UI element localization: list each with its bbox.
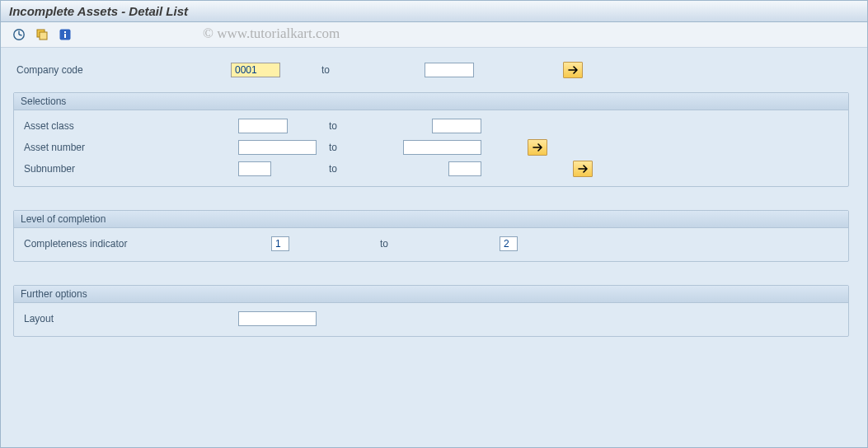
selection-screen: Company code to Selections Asset class [1, 48, 867, 447]
label-asset-number: Asset number [17, 142, 238, 153]
label-layout: Layout [17, 313, 238, 324]
execute-icon[interactable] [11, 26, 27, 43]
row-asset-number: Asset number to [17, 137, 845, 158]
multi-select-subnumber[interactable] [573, 161, 593, 177]
row-subnumber: Subnumber to [17, 158, 845, 180]
to-label: to [288, 120, 432, 132]
label-company-code: Company code [13, 64, 231, 76]
label-completeness: Completeness indicator [17, 238, 271, 250]
row-completeness: Completeness indicator to [17, 233, 845, 254]
to-label: to [289, 238, 500, 250]
input-asset-class-to[interactable] [432, 119, 481, 133]
group-selections: Selections Asset class to Asset number t… [13, 92, 849, 187]
svg-line-2 [19, 35, 22, 35]
page-title-bar: Incomplete Assets - Detail List [1, 1, 867, 22]
page-title: Incomplete Assets - Detail List [9, 4, 188, 18]
input-asset-number-from[interactable] [238, 140, 317, 155]
svg-rect-7 [64, 34, 66, 38]
svg-rect-6 [64, 31, 66, 33]
row-layout: Layout [17, 308, 845, 329]
group-level-of-completion: Level of completion Completeness indicat… [13, 210, 849, 262]
app-toolbar: © www.tutorialkart.com [1, 22, 867, 48]
to-label: to [271, 163, 448, 175]
input-layout[interactable] [238, 311, 317, 326]
group-title-selections: Selections [14, 93, 848, 110]
svg-rect-4 [40, 32, 47, 40]
input-company-code-from[interactable] [231, 63, 280, 77]
to-label: to [280, 64, 425, 76]
variant-icon[interactable] [34, 26, 50, 43]
label-asset-class: Asset class [17, 120, 238, 132]
row-asset-class: Asset class to [17, 115, 845, 137]
watermark: © www.tutorialkart.com [203, 26, 340, 42]
input-subnumber-from[interactable] [238, 161, 271, 176]
group-title-level: Level of completion [14, 211, 848, 228]
to-label: to [317, 142, 403, 153]
label-subnumber: Subnumber [17, 163, 238, 175]
group-further-options: Further options Layout [13, 285, 849, 337]
input-asset-number-to[interactable] [403, 140, 481, 155]
input-subnumber-to[interactable] [448, 161, 481, 176]
row-company-code: Company code to [13, 59, 849, 81]
info-icon[interactable] [57, 26, 73, 43]
multi-select-asset-number[interactable] [528, 139, 547, 156]
group-title-further: Further options [14, 286, 848, 303]
input-completeness-from[interactable] [271, 236, 289, 251]
input-company-code-to[interactable] [425, 63, 474, 77]
multi-select-company-code[interactable] [563, 62, 583, 78]
sap-window: Incomplete Assets - Detail List © www.tu… [0, 0, 868, 448]
input-completeness-to[interactable] [500, 236, 518, 251]
input-asset-class-from[interactable] [238, 119, 288, 133]
